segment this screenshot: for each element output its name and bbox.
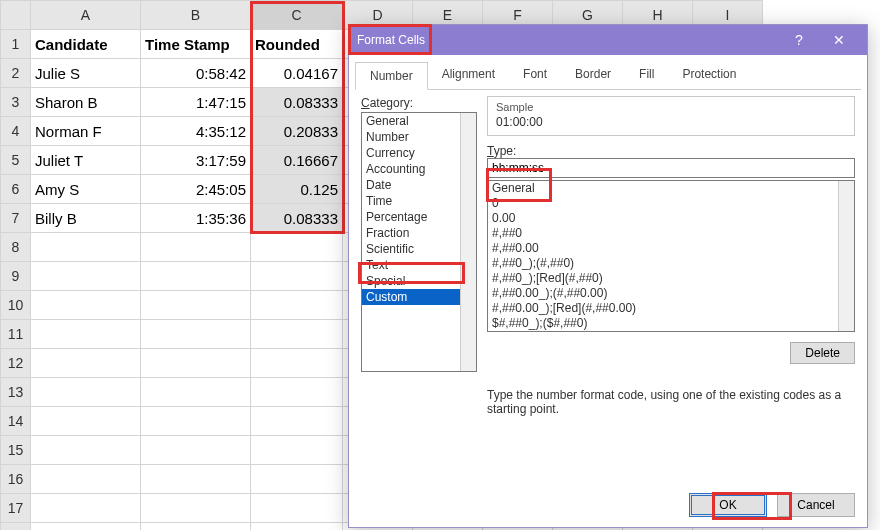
cell[interactable]: Julie S	[31, 59, 141, 88]
format-item[interactable]: #,##0.00_);[Red](#,##0.00)	[488, 301, 854, 316]
tab-border[interactable]: Border	[561, 61, 625, 89]
cell[interactable]	[31, 436, 141, 465]
cell[interactable]	[31, 320, 141, 349]
row-header[interactable]: 7	[1, 204, 31, 233]
cell[interactable]: 0.125	[251, 175, 343, 204]
format-item[interactable]: $#,##0_);[Red]($#,##0)	[488, 331, 854, 332]
category-custom[interactable]: Custom	[362, 289, 476, 305]
cell[interactable]	[251, 349, 343, 378]
cell[interactable]	[251, 320, 343, 349]
row-header[interactable]: 2	[1, 59, 31, 88]
tab-alignment[interactable]: Alignment	[428, 61, 509, 89]
scroll-down-icon[interactable]: ˅	[463, 358, 474, 370]
cell[interactable]	[251, 407, 343, 436]
cell[interactable]	[141, 436, 251, 465]
cell[interactable]: Billy B	[31, 204, 141, 233]
cell[interactable]: Sharon B	[31, 88, 141, 117]
category-special[interactable]: Special	[362, 273, 476, 289]
cell[interactable]	[31, 378, 141, 407]
scroll-up-icon[interactable]: ˄	[463, 114, 474, 126]
cell[interactable]: 3:17:59	[141, 146, 251, 175]
category-number[interactable]: Number	[362, 129, 476, 145]
row-header[interactable]: 1	[1, 30, 31, 59]
cell[interactable]: 1:47:15	[141, 88, 251, 117]
category-scientific[interactable]: Scientific	[362, 241, 476, 257]
cell[interactable]: Rounded	[251, 30, 343, 59]
cell[interactable]	[31, 349, 141, 378]
format-item[interactable]: #,##0_);(#,##0)	[488, 256, 854, 271]
row-header[interactable]: 4	[1, 117, 31, 146]
col-header-C[interactable]: C	[251, 1, 343, 30]
cancel-button[interactable]: Cancel	[777, 493, 855, 517]
format-item[interactable]: #,##0	[488, 226, 854, 241]
cell[interactable]: 0.16667	[251, 146, 343, 175]
cell[interactable]: Candidate	[31, 30, 141, 59]
cell[interactable]	[251, 436, 343, 465]
cell[interactable]	[31, 262, 141, 291]
cell[interactable]	[31, 291, 141, 320]
cell[interactable]	[31, 465, 141, 494]
tab-number[interactable]: Number	[355, 62, 428, 90]
format-item[interactable]: #,##0_);[Red](#,##0)	[488, 271, 854, 286]
cell[interactable]	[251, 494, 343, 523]
cell[interactable]: 4:35:12	[141, 117, 251, 146]
format-item[interactable]: 0	[488, 196, 854, 211]
cell[interactable]	[141, 407, 251, 436]
cell[interactable]	[251, 465, 343, 494]
cell[interactable]	[251, 262, 343, 291]
category-list[interactable]: General Number Currency Accounting Date …	[361, 112, 477, 372]
close-button[interactable]: ✕	[819, 32, 859, 48]
ok-button[interactable]: OK	[689, 493, 767, 517]
cell[interactable]	[141, 262, 251, 291]
cell[interactable]	[251, 233, 343, 262]
col-header-A[interactable]: A	[31, 1, 141, 30]
tab-font[interactable]: Font	[509, 61, 561, 89]
cell[interactable]	[141, 349, 251, 378]
row-header[interactable]: 18	[1, 523, 31, 531]
cell[interactable]	[251, 378, 343, 407]
category-accounting[interactable]: Accounting	[362, 161, 476, 177]
scroll-up-icon[interactable]: ˄	[841, 182, 852, 194]
active-cell[interactable]: 0.04167	[251, 59, 343, 88]
row-header[interactable]: 3	[1, 88, 31, 117]
cell[interactable]: Juliet T	[31, 146, 141, 175]
row-header[interactable]: 17	[1, 494, 31, 523]
cell[interactable]: Time Stamp	[141, 30, 251, 59]
format-item[interactable]: General	[488, 181, 854, 196]
titlebar[interactable]: Format Cells ? ✕	[349, 25, 867, 55]
category-percentage[interactable]: Percentage	[362, 209, 476, 225]
cell[interactable]: 0.20833	[251, 117, 343, 146]
format-code-list[interactable]: General 0 0.00 #,##0 #,##0.00 #,##0_);(#…	[487, 180, 855, 332]
row-header[interactable]: 13	[1, 378, 31, 407]
row-header[interactable]: 9	[1, 262, 31, 291]
cell[interactable]	[141, 378, 251, 407]
cell[interactable]	[141, 320, 251, 349]
row-header[interactable]: 16	[1, 465, 31, 494]
select-all-corner[interactable]	[1, 1, 31, 30]
row-header[interactable]: 5	[1, 146, 31, 175]
category-general[interactable]: General	[362, 113, 476, 129]
format-item[interactable]: $#,##0_);($#,##0)	[488, 316, 854, 331]
cell[interactable]	[141, 233, 251, 262]
cell[interactable]: 2:45:05	[141, 175, 251, 204]
cell[interactable]	[141, 494, 251, 523]
cell[interactable]: 0.08333	[251, 88, 343, 117]
category-fraction[interactable]: Fraction	[362, 225, 476, 241]
cell[interactable]	[141, 291, 251, 320]
row-header[interactable]: 10	[1, 291, 31, 320]
cell[interactable]: Norman F	[31, 117, 141, 146]
row-header[interactable]: 6	[1, 175, 31, 204]
category-time[interactable]: Time	[362, 193, 476, 209]
row-header[interactable]: 11	[1, 320, 31, 349]
cell[interactable]: 0:58:42	[141, 59, 251, 88]
cell[interactable]	[141, 465, 251, 494]
category-text[interactable]: Text	[362, 257, 476, 273]
row-header[interactable]: 12	[1, 349, 31, 378]
help-button[interactable]: ?	[779, 32, 819, 48]
row-header[interactable]: 8	[1, 233, 31, 262]
delete-button[interactable]: Delete	[790, 342, 855, 364]
cell[interactable]	[31, 233, 141, 262]
category-date[interactable]: Date	[362, 177, 476, 193]
cell[interactable]: Amy S	[31, 175, 141, 204]
cell[interactable]: 0.08333	[251, 204, 343, 233]
